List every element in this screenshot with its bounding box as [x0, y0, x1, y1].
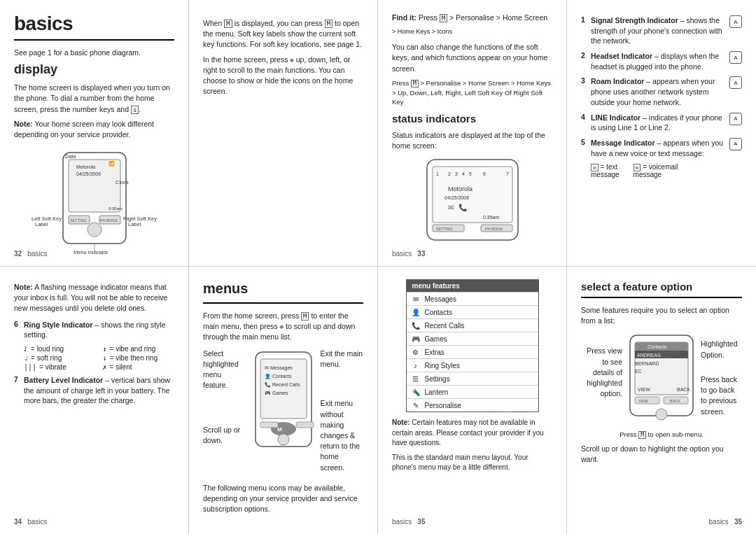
menu-item-messages: ✉ Messages: [407, 292, 538, 305]
lantern-label: Lantern: [425, 388, 449, 396]
svg-text:4: 4: [462, 171, 465, 176]
ring-vibrate-icon: |||: [24, 363, 36, 371]
menu-item-extras: ⚙ Extras: [407, 345, 538, 358]
svg-text:VIEW: VIEW: [638, 387, 650, 392]
menu-features-box: menu features ✉ Messages 👤 Contacts 📞 Re…: [406, 279, 539, 412]
see-page-text: See page 1 for a basic phone diagram.: [14, 48, 174, 58]
item6-body: Ring Style Indicator – shows the ring st…: [24, 320, 174, 340]
menu-phone-area: Select highlighted menu feature. Scroll …: [203, 349, 363, 477]
svg-text:6: 6: [483, 171, 486, 176]
indicator-3-body: Roam Indicator – appears when your phone…: [591, 76, 727, 107]
svg-text:04/25/2006: 04/25/2006: [76, 171, 101, 176]
quadrant-ring-battery: Note: A flashing message indicator means…: [0, 267, 189, 534]
highlighted-label: Highlighted Option.: [701, 339, 742, 360]
page-title-basics: basics: [14, 13, 174, 35]
quadrant-basics-display: basics See page 1 for a basic phone diag…: [0, 0, 189, 266]
when-displayed-text: When M is displayed, you can press M to …: [203, 18, 363, 50]
find-it-text: Find it: Press M > Personalise > Home Sc…: [392, 13, 552, 23]
svg-text:📞 Recent Calls: 📞 Recent Calls: [265, 381, 300, 388]
select-label: Select highlighted menu feature.: [203, 349, 246, 391]
item6-ring-style: 6 Ring Style Indicator – shows the ring …: [14, 320, 174, 340]
ring-styles-icon: ♪: [411, 360, 421, 370]
svg-text:📶: 📶: [108, 160, 115, 167]
extras-icon: ⚙: [411, 347, 421, 357]
menus-rule: [203, 302, 363, 304]
indicator-headset: 2 Headset Indicator – displays when the …: [581, 51, 742, 71]
svg-text:7: 7: [506, 171, 509, 176]
svg-text:Contacts: Contacts: [648, 344, 667, 349]
indicator-roam: 3 Roam Indicator – appears when your pho…: [581, 76, 742, 107]
svg-text:M: M: [277, 426, 282, 433]
following-text: The following menu icons may be availabl…: [203, 483, 363, 515]
settings-label: Settings: [425, 375, 450, 383]
indicator-message: 5 Message Indicator – appears when you h…: [581, 138, 742, 158]
page-num-32: 32: [14, 250, 22, 258]
voicemail-label: ✉ = voicemailmessage: [634, 163, 678, 178]
status-text: Status indicators are displayed at the t…: [392, 130, 552, 151]
svg-text:ANDREAS: ANDREAS: [637, 353, 661, 358]
display-title: display: [14, 62, 174, 77]
messages-label: Messages: [425, 295, 457, 303]
ring-soft-label: = soft ring: [31, 354, 62, 362]
message-sublabels: ✉ = textmessage ✉ = voicemailmessage: [591, 163, 742, 178]
menu-item-contacts: 👤 Contacts: [407, 305, 538, 318]
menu-item-recent-calls: 📞 Recent Calls: [407, 318, 538, 332]
press-view-label: Press view to see details of highlighted…: [581, 346, 622, 399]
svg-text:PH.BOOK: PH.BOOK: [100, 218, 118, 223]
scroll-option-text: Scroll up or down to highlight the optio…: [581, 444, 742, 465]
contacts-icon: 👤: [411, 307, 421, 317]
note-features-text: Certain features may not be available in…: [392, 419, 544, 447]
top-half: basics See page 1 for a basic phone diag…: [0, 0, 756, 267]
page-num-33: 33: [417, 250, 425, 258]
page-label-33-right: basics: [392, 250, 412, 258]
indicator-4-num: 4: [581, 113, 588, 121]
page-num-34: 34: [14, 518, 22, 526]
ring-loud-icon: ♪: [24, 345, 28, 353]
svg-text:Motorola: Motorola: [76, 164, 95, 169]
indicator-5-body: Message Indicator – appears when you hav…: [591, 138, 727, 158]
page-label-34: basics: [27, 518, 47, 526]
personalise-label: Personalise: [425, 402, 461, 409]
ring-vibrate: ||| = vibrate: [24, 363, 96, 371]
extras-label: Extras: [425, 349, 444, 356]
svg-point-62: [656, 409, 667, 420]
svg-rect-20: [433, 167, 512, 223]
svg-text:👤 Contacts: 👤 Contacts: [265, 373, 292, 379]
svg-text:0:35am: 0:35am: [483, 215, 500, 220]
svg-text:Clock: Clock: [115, 179, 129, 185]
find-it-label: Find it:: [392, 13, 416, 22]
svg-rect-45: [260, 422, 278, 428]
page-label-35b: basics: [709, 518, 729, 526]
ring-vibe-ring-label: = vibe and ring: [110, 345, 156, 353]
indicator-line: 4 LINE Indicator – indicates if your pho…: [581, 113, 742, 133]
ring-vibrate-label: = vibrate: [39, 363, 66, 371]
svg-text:3: 3: [455, 171, 458, 176]
note-inbox: Note: A flashing message indicator means…: [14, 282, 174, 314]
svg-text:Menu Indicator: Menu Indicator: [74, 249, 108, 255]
settings-icon: ☰: [411, 374, 421, 384]
quadrant-select-feature: select a feature option Some features re…: [567, 267, 756, 534]
indicator-3-icon: A: [729, 76, 742, 89]
svg-text:📞: 📞: [458, 203, 468, 212]
svg-text:0:35am: 0:35am: [108, 206, 122, 211]
svg-text:SETTING: SETTING: [436, 227, 453, 231]
indicator-3-num: 3: [581, 76, 588, 85]
page-num-35a: 35: [417, 518, 425, 526]
page-footer-35-left: basics 35: [392, 518, 425, 526]
press-text: Press M > Personalise > Home Screen > Ho…: [392, 78, 552, 107]
ring-vibe-then: ↓ = vibe then ring: [103, 354, 175, 362]
indicator-2-label: Headset Indicator: [591, 52, 652, 60]
press-menu-label: Press M to open sub-menu.: [581, 430, 742, 440]
menu-phone-svg-container: ✉ Messages 👤 Contacts 📞 Recent Calls 🎮 G…: [252, 349, 315, 455]
ring-vibe-ring-icon: ↕: [103, 345, 107, 353]
ring-table: ♪ = loud ring ↕ = vibe and ring ♩ = soft…: [24, 345, 174, 371]
title-rule: [14, 39, 174, 41]
indicators-list: 1 Signal Strength Indicator – shows the …: [581, 15, 742, 178]
personalise-icon: ✎: [411, 400, 421, 410]
scroll-label: Scroll up or down.: [203, 425, 246, 446]
phone-diagram: Motorola 04/25/2006 📶 Left Soft Key Labe…: [14, 146, 174, 258]
press-back-label: Press back to go back to previous screen…: [701, 374, 742, 417]
svg-text:EC: EC: [635, 369, 642, 374]
exit-main-label: Exit the main menu.: [321, 349, 364, 370]
select-left-labels: Press view to see details of highlighted…: [581, 332, 622, 409]
